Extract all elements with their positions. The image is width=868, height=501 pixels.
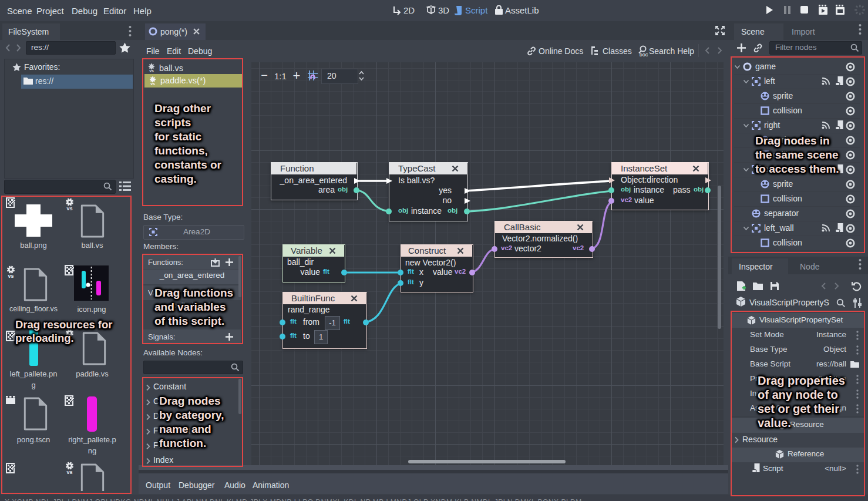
svg-text:DOC: DOC: [640, 53, 648, 57]
